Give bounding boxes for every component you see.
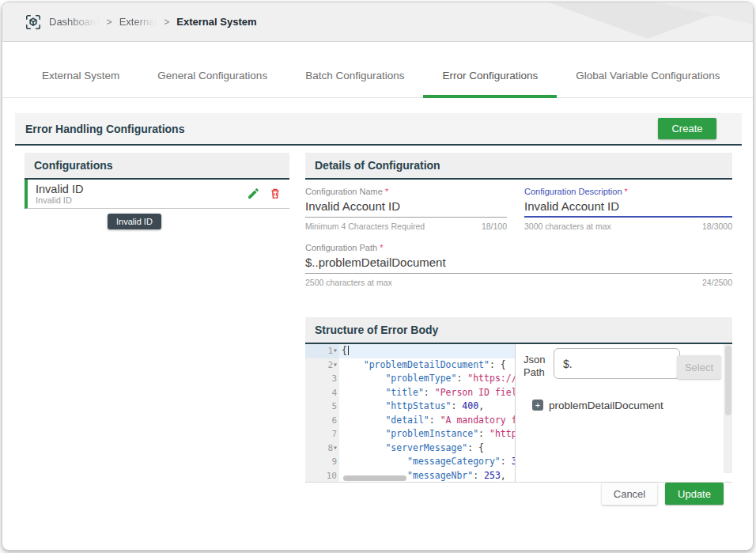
tab-general-configurations[interactable]: General Configurations xyxy=(138,56,286,97)
tab-bar: External SystemGeneral ConfigurationsBat… xyxy=(2,56,753,98)
code-line-8: 8▼ "serverMessage": { xyxy=(305,441,515,456)
top-bar: Dashboard>External>External System xyxy=(2,2,753,42)
error-body-content: 1▼{2▼ "problemDetailDocument": {3 "probl… xyxy=(305,344,732,483)
app-window: Dashboard>External>External System Exter… xyxy=(2,2,754,551)
fold-icon[interactable]: ▼ xyxy=(334,358,337,373)
required-asterisk: * xyxy=(385,187,388,196)
code-line-3: 3 "problemType": "https://ec xyxy=(305,372,515,386)
gutter-line-number: 5 xyxy=(305,400,339,414)
gutter-line-number: 2▼ xyxy=(305,358,339,373)
code-line-text: "serverMessage": { xyxy=(339,441,515,456)
breadcrumb-item-dashboard[interactable]: Dashboard xyxy=(49,16,100,28)
json-path-label: Json Path xyxy=(524,354,552,379)
char-counter: 24/2500 xyxy=(702,278,732,287)
code-line-text: { xyxy=(339,344,515,358)
configuration-description-field: Configuration Description * 3000 charact… xyxy=(524,187,732,231)
configuration-path-hint-row: 2500 characters at max 24/2500 xyxy=(305,278,732,287)
configurations-panel-title: Configurations xyxy=(25,153,289,180)
configuration-description-input[interactable] xyxy=(524,199,732,218)
details-fields: Configuration Name * Minimum 4 Character… xyxy=(305,180,732,287)
tooltip: Invalid ID xyxy=(108,214,161,229)
gutter-line-number: 7 xyxy=(305,427,339,441)
create-button[interactable]: Create xyxy=(658,118,716,139)
code-line-2: 2▼ "problemDetailDocument": { xyxy=(305,358,515,373)
required-asterisk: * xyxy=(625,187,628,196)
tab-external-system[interactable]: External System xyxy=(23,56,138,97)
configuration-description-label: Configuration Description * xyxy=(524,187,732,196)
code-line-5: 5 "httpStatus": 400, xyxy=(305,400,515,414)
gutter-line-number: 6 xyxy=(305,414,339,428)
tree-node-label: problemDetailDocument xyxy=(549,400,663,411)
code-line-text: "problemInstance": "https: xyxy=(339,427,515,441)
code-line-7: 7 "problemInstance": "https: xyxy=(305,427,515,441)
code-line-1: 1▼{ xyxy=(305,344,515,358)
tab-batch-configurations[interactable]: Batch Configurations xyxy=(286,56,423,97)
configuration-path-field: Configuration Path * 2500 characters at … xyxy=(305,243,732,287)
code-line-text: "detail": "A mandatory fie xyxy=(339,414,515,428)
configuration-description-hint-row: 3000 characters at max 18/3000 xyxy=(524,222,732,231)
code-line-text: "problemDetailDocument": { xyxy=(339,358,515,373)
vertical-scrollbar[interactable] xyxy=(724,344,732,473)
text-cursor xyxy=(348,346,349,355)
gutter-line-number: 9 xyxy=(305,455,339,469)
tab-error-configurations[interactable]: Error Configurations xyxy=(423,56,557,97)
delete-icon[interactable] xyxy=(268,187,282,200)
tab-global-variable-configurations[interactable]: Global Variable Configurations xyxy=(557,56,739,97)
edit-icon[interactable] xyxy=(247,187,260,200)
gutter-line-number: 4 xyxy=(305,386,339,400)
gutter-line-number: 10 xyxy=(305,469,339,483)
details-panel: Details of Configuration Configuration N… xyxy=(305,153,732,287)
configuration-name-input[interactable] xyxy=(305,199,507,218)
cancel-button[interactable]: Cancel xyxy=(602,483,657,505)
code-line-text: "messageCategory": 3, xyxy=(339,455,515,469)
configuration-name-hint-row: Minimum 4 Characters Required 18/100 xyxy=(305,222,507,231)
breadcrumb: Dashboard>External>External System xyxy=(25,13,257,31)
json-path-pane: Json Path Select +problemDetailDocument xyxy=(516,344,724,482)
code-line-text: "httpStatus": 400, xyxy=(339,400,515,414)
gutter-line-number: 1▼ xyxy=(305,344,339,358)
code-line-text: "title": "Person ID field xyxy=(339,386,515,400)
select-button[interactable]: Select xyxy=(677,355,721,379)
horizontal-scrollbar[interactable] xyxy=(342,475,514,482)
json-path-input[interactable] xyxy=(554,348,680,379)
breadcrumb-separator: > xyxy=(164,17,169,28)
required-asterisk: * xyxy=(380,243,383,252)
configurations-panel: Configurations Invalid ID Invalid ID xyxy=(25,153,289,209)
tree-node-problemdetaildocument[interactable]: +problemDetailDocument xyxy=(532,397,720,413)
json-code-editor[interactable]: 1▼{2▼ "problemDetailDocument": {3 "probl… xyxy=(305,344,516,483)
char-counter: 18/100 xyxy=(482,222,507,231)
expand-icon[interactable]: + xyxy=(532,400,543,411)
code-editor-lines: 1▼{2▼ "problemDetailDocument": {3 "probl… xyxy=(305,344,515,483)
details-panel-title: Details of Configuration xyxy=(305,153,732,180)
configuration-path-label: Configuration Path * xyxy=(305,243,732,252)
configuration-name-field: Configuration Name * Minimum 4 Character… xyxy=(305,187,507,231)
code-line-4: 4 "title": "Person ID field xyxy=(305,386,515,400)
error-body-panel: Structure of Error Body 1▼{2▼ "problemDe… xyxy=(305,317,732,483)
code-line-6: 6 "detail": "A mandatory fie xyxy=(305,414,515,428)
char-counter: 18/3000 xyxy=(702,222,732,231)
code-line-9: 9 "messageCategory": 3, xyxy=(305,455,515,469)
scrollbar-thumb[interactable] xyxy=(725,346,731,415)
gutter-line-number: 8▼ xyxy=(305,441,339,456)
field-hint: 2500 characters at max xyxy=(305,278,392,287)
fold-icon[interactable]: ▼ xyxy=(334,441,337,456)
page-title: Error Handling Configurations xyxy=(25,123,184,135)
configuration-path-input[interactable] xyxy=(305,255,732,274)
app-logo-icon xyxy=(25,13,42,31)
code-line-text: "problemType": "https://ec xyxy=(339,372,515,386)
json-tree: +problemDetailDocument xyxy=(532,397,720,413)
configuration-name-label: Configuration Name * xyxy=(305,187,507,196)
configuration-list-item[interactable]: Invalid ID Invalid ID xyxy=(25,180,289,209)
breadcrumb-item-external-system[interactable]: External System xyxy=(176,16,256,28)
gutter-line-number: 3 xyxy=(305,372,339,386)
section-toolbar: Error Handling Configurations Create xyxy=(15,113,742,146)
breadcrumb-item-external[interactable]: External xyxy=(119,16,157,28)
scrollbar-thumb[interactable] xyxy=(343,475,406,481)
configuration-item-actions xyxy=(247,187,282,200)
error-body-panel-title: Structure of Error Body xyxy=(305,317,732,344)
field-hint: Minimum 4 Characters Required xyxy=(305,222,425,231)
field-hint: 3000 characters at max xyxy=(524,222,611,231)
breadcrumb-separator: > xyxy=(107,17,112,28)
fold-icon[interactable]: ▼ xyxy=(334,344,337,358)
update-button[interactable]: Update xyxy=(665,483,724,505)
